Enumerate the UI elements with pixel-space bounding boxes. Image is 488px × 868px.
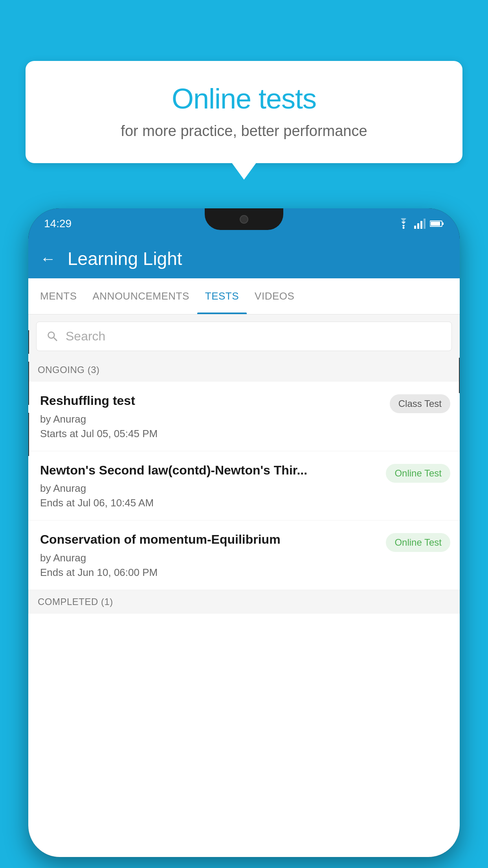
- completed-section-header: COMPLETED (1): [28, 590, 460, 614]
- bubble-subtitle: for more practice, better performance: [49, 123, 439, 140]
- ongoing-section-header: ONGOING (3): [28, 358, 460, 382]
- battery-icon: [430, 220, 444, 228]
- power-button: [459, 358, 460, 393]
- tabs-bar: MENTS ANNOUNCEMENTS TESTS VIDEOS: [28, 278, 460, 314]
- test-date: Starts at Jul 05, 05:45 PM: [40, 428, 382, 440]
- test-badge-online-2: Online Test: [386, 533, 450, 552]
- test-date: Ends at Jul 06, 10:45 AM: [40, 497, 378, 509]
- search-container: Search: [28, 314, 460, 358]
- svg-rect-1: [414, 226, 416, 229]
- status-bar: 14:29: [28, 208, 460, 239]
- app-header: ← Learning Light: [28, 239, 460, 278]
- phone-camera: [240, 215, 248, 224]
- svg-rect-4: [424, 219, 426, 229]
- search-bar[interactable]: Search: [36, 322, 452, 351]
- svg-rect-2: [417, 223, 419, 229]
- test-item[interactable]: Reshuffling test by Anurag Starts at Jul…: [28, 382, 460, 451]
- phone-notch: [205, 208, 283, 230]
- status-time: 14:29: [44, 217, 72, 230]
- test-author: by Anurag: [40, 552, 378, 564]
- app-title: Learning Light: [68, 248, 182, 269]
- tab-assignments[interactable]: MENTS: [32, 278, 85, 314]
- test-info: Newton's Second law(contd)-Newton's Thir…: [40, 462, 386, 509]
- phone-screen: ← Learning Light MENTS ANNOUNCEMENTS TES…: [28, 239, 460, 857]
- speech-bubble: Online tests for more practice, better p…: [26, 61, 462, 163]
- test-item[interactable]: Conservation of momentum-Equilibrium by …: [28, 520, 460, 590]
- back-button[interactable]: ←: [40, 250, 56, 268]
- svg-rect-7: [442, 223, 444, 225]
- test-info: Conservation of momentum-Equilibrium by …: [40, 531, 386, 579]
- svg-rect-3: [420, 221, 422, 229]
- signal-icon: [414, 219, 426, 229]
- test-title: Conservation of momentum-Equilibrium: [40, 531, 378, 548]
- volume-button-3: [28, 413, 29, 456]
- volume-button-2: [28, 362, 29, 405]
- test-info: Reshuffling test by Anurag Starts at Jul…: [40, 393, 390, 440]
- test-title: Reshuffling test: [40, 393, 382, 409]
- test-item[interactable]: Newton's Second law(contd)-Newton's Thir…: [28, 451, 460, 521]
- tab-videos[interactable]: VIDEOS: [247, 278, 302, 314]
- svg-point-0: [403, 227, 405, 229]
- test-list: Reshuffling test by Anurag Starts at Jul…: [28, 382, 460, 590]
- status-icons: [397, 218, 444, 229]
- volume-button-1: [28, 330, 29, 354]
- test-author: by Anurag: [40, 482, 378, 495]
- test-title: Newton's Second law(contd)-Newton's Thir…: [40, 462, 378, 479]
- search-placeholder: Search: [66, 329, 105, 344]
- phone-frame: 14:29: [28, 208, 460, 857]
- test-badge-online: Online Test: [386, 464, 450, 483]
- bubble-title: Online tests: [49, 83, 439, 115]
- test-date: Ends at Jun 10, 06:00 PM: [40, 566, 378, 579]
- wifi-icon: [397, 218, 410, 229]
- tab-announcements[interactable]: ANNOUNCEMENTS: [85, 278, 197, 314]
- test-badge-class: Class Test: [390, 394, 450, 413]
- speech-bubble-container: Online tests for more practice, better p…: [26, 61, 462, 163]
- tab-tests[interactable]: TESTS: [197, 278, 247, 314]
- svg-rect-6: [431, 222, 440, 226]
- test-author: by Anurag: [40, 413, 382, 425]
- search-icon: [46, 330, 59, 343]
